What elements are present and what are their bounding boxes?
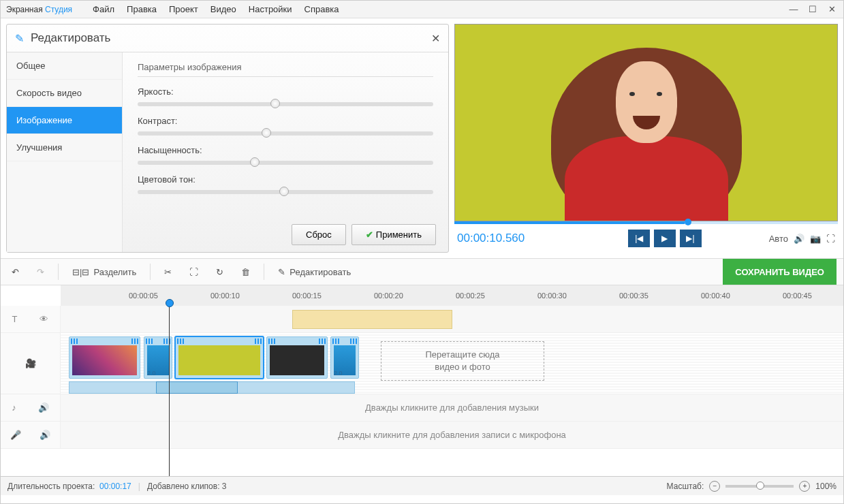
ruler-tick: 00:00:05 [129,292,158,300]
video-clip[interactable] [175,336,264,379]
edit-tab-enhance[interactable]: Улучшения [7,134,122,161]
edit-panel-title: Редактировать [31,31,110,45]
crop-button[interactable]: ⛶ [185,264,202,280]
edit-panel-close-icon[interactable]: ✕ [431,32,440,45]
dropzone[interactable]: Перетащите сюда видео и фото [381,341,544,381]
auto-label[interactable]: Авто [769,234,788,244]
menu-video[interactable]: Видео [210,4,236,14]
fullscreen-icon[interactable]: ⛶ [826,234,835,244]
snapshot-icon[interactable]: 📷 [810,234,821,244]
titlebar: Экранная Студия Файл Правка Проект Видео… [1,1,843,18]
apply-button[interactable]: ✔Применить [351,224,436,245]
text-track-icon: T [12,314,18,324]
maximize-icon[interactable]: ☐ [807,4,819,14]
video-track-icon: 🎥 [25,358,36,368]
slider-label-2: Насыщенность: [138,145,433,155]
video-subtrack-selected[interactable] [156,381,238,394]
time-ruler[interactable]: 00:00:0500:00:1000:00:1500:00:2000:00:25… [61,285,843,306]
edit-button[interactable]: ✎Редактировать [274,264,355,280]
clips-count: Добавлено клипов: 3 [147,482,227,491]
mute-music-icon[interactable]: 🔊 [38,403,49,413]
save-video-button[interactable]: СОХРАНИТЬ ВИДЕО [723,259,837,285]
menu-project[interactable]: Проект [169,4,198,14]
ruler-tick: 00:00:30 [537,292,567,300]
play-button[interactable]: ▶ [654,230,676,247]
slider-label-1: Контраст: [138,116,433,126]
menu-help[interactable]: Справка [304,4,339,14]
slider-label-0: Яркость: [138,86,433,97]
zoom-in-button[interactable]: + [799,481,810,492]
edit-icon: ✎ [15,32,24,45]
menu-file[interactable]: Файл [93,4,114,14]
slider-3[interactable] [138,190,433,194]
ruler-tick: 00:00:10 [210,292,240,300]
ruler-tick: 00:00:45 [783,292,812,300]
timeline: 00:00:0500:00:1000:00:1500:00:2000:00:25… [1,285,843,476]
visibility-icon[interactable]: 👁 [40,314,48,324]
edit-btn-icon: ✎ [278,267,285,277]
redo-button[interactable]: ↷ [33,264,48,280]
ruler-tick: 00:00:35 [619,292,648,300]
minimize-icon[interactable]: — [787,4,800,14]
slider-0[interactable] [138,102,433,106]
music-track[interactable]: Дважды кликните для добавления музыки [61,394,843,421]
slider-2[interactable] [138,161,433,165]
video-track[interactable]: Перетащите сюда видео и фото 2.0 2.0 [61,333,843,394]
playback-progress[interactable] [454,221,838,224]
video-clip[interactable]: 2.0 [144,336,172,379]
edit-tab-speed[interactable]: Скорость видео [7,80,122,107]
text-clip[interactable] [292,310,452,329]
ruler-tick: 00:00:40 [701,292,730,300]
mute-mic-icon[interactable]: 🔊 [40,430,50,440]
ruler-tick: 00:00:15 [292,292,322,300]
volume-icon[interactable]: 🔊 [794,234,804,244]
split-icon: ⊟|⊟ [72,267,89,277]
edit-sidebar: Общее Скорость видео Изображение Улучшен… [7,52,123,252]
mic-track-icon: 🎤 [10,430,21,440]
music-track-icon: ♪ [12,403,16,413]
menu-edit[interactable]: Правка [127,4,157,14]
zoom-value: 100% [815,482,837,491]
menu-bar: Файл Правка Проект Видео Настройки Справ… [93,4,339,14]
menu-settings[interactable]: Настройки [249,4,292,14]
slider-label-3: Цветовой тон: [138,174,433,185]
app-title: Экранная Студия [6,5,72,14]
close-icon[interactable]: ✕ [826,4,838,14]
video-clip[interactable]: 2.0 [330,336,359,379]
video-clip[interactable] [69,336,140,379]
zoom-out-button[interactable]: − [709,481,720,492]
statusbar: Длительность проекта: 00:00:17 | Добавле… [1,476,843,495]
split-button[interactable]: ⊟|⊟Разделить [68,264,140,280]
ruler-tick: 00:00:20 [374,292,403,300]
edit-panel: ✎ Редактировать ✕ Общее Скорость видео И… [6,24,449,253]
video-preview[interactable] [454,24,838,221]
slider-1[interactable] [138,131,433,136]
reset-button[interactable]: Сброс [292,224,346,245]
edit-tab-image[interactable]: Изображение [7,107,122,134]
zoom-label: Масштаб: [667,482,704,491]
duration-label: Длительность проекта: 00:00:17 [7,482,131,491]
image-params-title: Параметры изображения [138,62,433,77]
undo-button[interactable]: ↶ [7,264,23,280]
next-frame-button[interactable]: ▶| [680,230,702,247]
mic-track[interactable]: Дважды кликните для добавления записи с … [61,422,843,448]
delete-button[interactable]: 🗑 [237,264,254,280]
timeline-toolbar: ↶ ↷ ⊟|⊟Разделить ✂ ⛶ ↻ 🗑 ✎Редактировать … [1,258,843,285]
edit-tab-general[interactable]: Общее [7,52,122,80]
rotate-button[interactable]: ↻ [212,264,228,280]
zoom-slider[interactable] [725,485,794,488]
ruler-tick: 00:00:25 [456,292,485,300]
prev-frame-button[interactable]: |◀ [628,230,650,247]
cut-button[interactable]: ✂ [160,264,176,280]
video-clip[interactable] [266,336,328,379]
current-time: 00:00:10.560 [457,232,525,245]
playhead[interactable] [169,306,170,476]
